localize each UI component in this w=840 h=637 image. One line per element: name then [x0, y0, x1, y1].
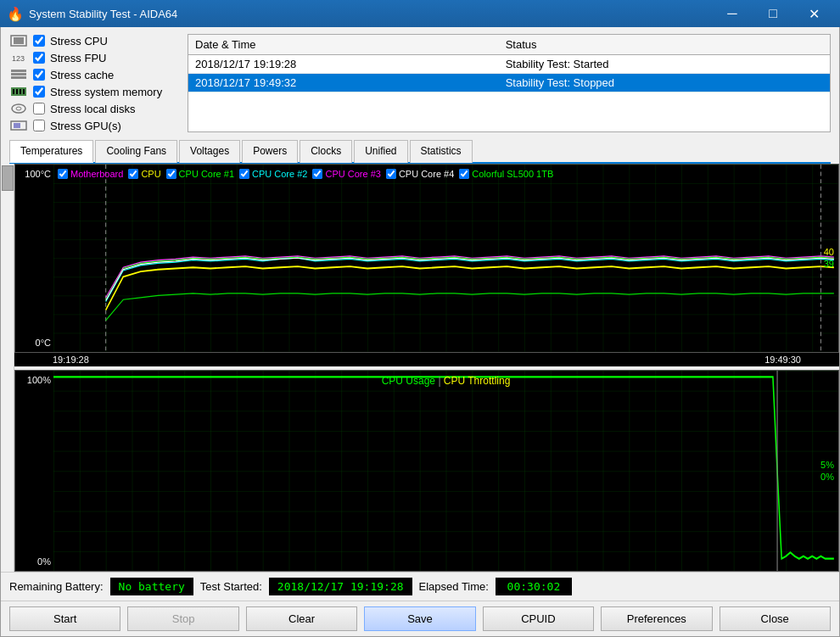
svg-rect-10 — [23, 89, 25, 94]
stress-icon-cpu — [9, 34, 28, 47]
temperature-chart-main: MotherboardCPUCPU Core #1CPU Core #2CPU … — [53, 165, 838, 352]
window-title: System Stability Test - AIDA64 — [29, 8, 713, 20]
window-controls: ─ □ ✕ — [713, 0, 833, 27]
stress-options-panel: Stress CPU123Stress FPUStress cacheStres… — [9, 34, 179, 132]
svg-rect-18 — [53, 371, 838, 572]
svg-rect-7 — [13, 89, 14, 94]
stress-label-fpu: Stress FPU — [50, 52, 106, 64]
status-bar: Remaining Battery: No battery Test Start… — [1, 572, 839, 601]
svg-rect-1 — [14, 37, 24, 44]
elapsed-value: 00:30:02 — [496, 578, 572, 595]
minimize-button[interactable]: ─ — [713, 0, 752, 27]
log-row[interactable]: 2018/12/17 19:19:28Stability Test: Start… — [188, 55, 830, 74]
cpu-chart-svg — [53, 371, 838, 572]
tab-unified[interactable]: Unified — [354, 140, 407, 163]
save-button[interactable]: Save — [364, 606, 475, 631]
battery-value: No battery — [110, 578, 193, 595]
legend-label-cpu: CPU — [141, 169, 160, 179]
legend-checkbox-cpu-core-#3[interactable] — [312, 169, 322, 179]
svg-point-12 — [16, 107, 21, 110]
stress-icon-fpu: 123 — [9, 51, 28, 64]
svg-rect-14 — [14, 123, 20, 128]
legend-item-cpu: CPU — [128, 169, 160, 179]
log-row[interactable]: 2018/12/17 19:49:32Stability Test: Stopp… — [188, 74, 830, 92]
temp-legend: MotherboardCPUCPU Core #1CPU Core #2CPU … — [58, 169, 553, 179]
legend-item-cpu-core-#3: CPU Core #3 — [312, 169, 380, 179]
svg-point-11 — [12, 104, 25, 113]
stop-button: Stop — [127, 606, 238, 631]
temperature-chart-block: 100°C 0°C MotherboardCPUCPU Core #1CPU C… — [14, 164, 839, 366]
legend-checkbox-cpu-core-#1[interactable] — [166, 169, 176, 179]
stress-label-cpu: Stress CPU — [50, 35, 108, 47]
tab-temperatures[interactable]: Temperatures — [9, 140, 93, 163]
cpu-chart: 100% 0% CPU Usage | CPU Throttling — [14, 370, 839, 573]
legend-label-colorful-sl500-1tb: Colorful SL500 1TB — [472, 169, 553, 179]
stress-label-gpu: Stress GPU(s) — [50, 120, 121, 132]
temp-right-values: 40 39 — [824, 247, 834, 269]
stress-item-cpu: Stress CPU — [9, 34, 179, 47]
col-status: Status — [499, 35, 830, 55]
tabs: TemperaturesCooling FansVoltagesPowersCl… — [9, 139, 831, 164]
stress-checkbox-disks[interactable] — [33, 103, 45, 115]
legend-checkbox-colorful-sl500-1tb[interactable] — [459, 169, 469, 179]
stress-icon-gpu — [9, 119, 28, 132]
close-button[interactable]: Close — [720, 606, 831, 631]
title-bar: 🔥 System Stability Test - AIDA64 ─ □ ✕ — [0, 0, 840, 27]
stress-item-memory: Stress system memory — [9, 85, 179, 98]
stress-icon-memory — [9, 85, 28, 98]
log-status: Stability Test: Stopped — [499, 74, 830, 92]
stress-item-cache: Stress cache — [9, 68, 179, 81]
legend-checkbox-cpu-core-#2[interactable] — [239, 169, 249, 179]
stress-checkbox-cpu[interactable] — [33, 35, 45, 47]
tab-voltages[interactable]: Voltages — [179, 140, 240, 163]
charts-inner: 100°C 0°C MotherboardCPUCPU Core #1CPU C… — [14, 164, 839, 572]
cpu-y-max: 100% — [18, 375, 51, 385]
temp-y-axis: 100°C 0°C — [15, 165, 53, 352]
legend-item-cpu-core-#1: CPU Core #1 — [166, 169, 234, 179]
legend-item-cpu-core-#2: CPU Core #2 — [239, 169, 307, 179]
close-window-button[interactable]: ✕ — [794, 0, 833, 27]
temp-y-min: 0°C — [18, 338, 51, 348]
temp-chart-svg — [53, 165, 838, 352]
tab-powers[interactable]: Powers — [242, 140, 298, 163]
bottom-buttons: StartStopClearSaveCPUIDPreferencesClose — [1, 601, 839, 636]
log-datetime: 2018/12/17 19:19:28 — [188, 55, 499, 74]
legend-checkbox-cpu-core-#4[interactable] — [386, 169, 396, 179]
elapsed-label: Elapsed Time: — [419, 580, 489, 593]
stress-checkbox-cache[interactable] — [33, 69, 45, 81]
legend-item-colorful-sl500-1tb: Colorful SL500 1TB — [459, 169, 553, 179]
stress-checkbox-memory[interactable] — [33, 86, 45, 98]
svg-rect-3 — [11, 70, 26, 72]
temperature-chart: 100°C 0°C MotherboardCPUCPU Core #1CPU C… — [14, 164, 839, 353]
temp-x-axis: 19:19:28 19:49:30 — [14, 353, 839, 366]
cpu-y-min: 0% — [18, 556, 51, 567]
app-icon: 🔥 — [7, 5, 24, 22]
legend-item-cpu-core-#4: CPU Core #4 — [386, 169, 454, 179]
cpuid-button[interactable]: CPUID — [483, 606, 594, 631]
temp-x-start: 19:19:28 — [53, 355, 89, 365]
stress-item-disks: Stress local disks — [9, 102, 179, 115]
svg-rect-5 — [11, 76, 26, 79]
tab-clocks[interactable]: Clocks — [300, 140, 352, 163]
legend-checkbox-cpu[interactable] — [128, 169, 138, 179]
tabs-container: TemperaturesCooling FansVoltagesPowersCl… — [1, 139, 839, 164]
tab-statistics[interactable]: Statistics — [410, 140, 473, 163]
scrollbar[interactable] — [1, 164, 14, 572]
temp-x-end: 19:49:30 — [764, 355, 801, 365]
clear-button[interactable]: Clear — [246, 606, 357, 631]
cpu-right-values: 5% 0% — [820, 460, 834, 482]
legend-checkbox-motherboard[interactable] — [58, 169, 68, 179]
maximize-button[interactable]: □ — [753, 0, 792, 27]
stress-checkbox-gpu[interactable] — [33, 120, 45, 131]
stress-checkbox-fpu[interactable] — [33, 52, 45, 64]
stress-label-cache: Stress cache — [50, 69, 114, 81]
preferences-button[interactable]: Preferences — [601, 606, 712, 631]
cpu-chart-main: CPU Usage | CPU Throttling — [53, 371, 838, 572]
test-started-label: Test Started: — [200, 580, 262, 593]
legend-item-motherboard: Motherboard — [58, 169, 123, 179]
tab-cooling-fans[interactable]: Cooling Fans — [95, 140, 177, 163]
legend-label-motherboard: Motherboard — [70, 169, 123, 179]
stress-label-disks: Stress local disks — [50, 103, 135, 115]
cpu-y-axis: 100% 0% — [15, 371, 53, 572]
start-button[interactable]: Start — [9, 606, 120, 631]
